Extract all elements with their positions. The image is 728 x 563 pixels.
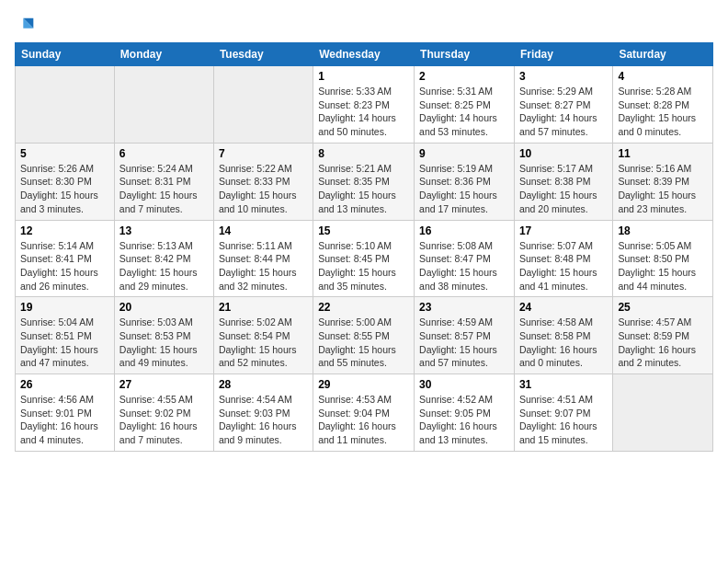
day-number: 1: [318, 70, 409, 83]
week-row-4: 19Sunrise: 5:04 AM Sunset: 8:51 PM Dayli…: [16, 297, 713, 374]
col-header-wednesday: Wednesday: [313, 43, 415, 66]
week-row-2: 5Sunrise: 5:26 AM Sunset: 8:30 PM Daylig…: [16, 143, 713, 220]
day-cell: [16, 66, 115, 144]
week-row-5: 26Sunrise: 4:56 AM Sunset: 9:01 PM Dayli…: [16, 374, 713, 452]
day-number: 7: [219, 147, 308, 160]
day-cell: 2Sunrise: 5:31 AM Sunset: 8:25 PM Daylig…: [415, 66, 515, 144]
day-number: 29: [318, 378, 409, 391]
day-info: Sunrise: 4:56 AM Sunset: 9:01 PM Dayligh…: [20, 393, 109, 447]
day-info: Sunrise: 4:57 AM Sunset: 8:59 PM Dayligh…: [618, 316, 708, 370]
day-cell: 28Sunrise: 4:54 AM Sunset: 9:03 PM Dayli…: [213, 374, 313, 452]
day-cell: [114, 66, 213, 144]
week-row-3: 12Sunrise: 5:14 AM Sunset: 8:41 PM Dayli…: [16, 220, 713, 297]
day-cell: 12Sunrise: 5:14 AM Sunset: 8:41 PM Dayli…: [16, 220, 115, 297]
day-info: Sunrise: 4:51 AM Sunset: 9:07 PM Dayligh…: [519, 393, 608, 447]
day-info: Sunrise: 5:07 AM Sunset: 8:48 PM Dayligh…: [519, 239, 608, 293]
day-cell: 23Sunrise: 4:59 AM Sunset: 8:57 PM Dayli…: [415, 297, 515, 374]
day-info: Sunrise: 5:31 AM Sunset: 8:25 PM Dayligh…: [419, 85, 509, 139]
day-number: 11: [618, 147, 708, 160]
day-info: Sunrise: 5:14 AM Sunset: 8:41 PM Dayligh…: [20, 239, 109, 293]
day-info: Sunrise: 5:29 AM Sunset: 8:27 PM Dayligh…: [519, 85, 608, 139]
day-number: 30: [419, 378, 509, 391]
day-info: Sunrise: 5:19 AM Sunset: 8:36 PM Dayligh…: [419, 162, 509, 216]
day-info: Sunrise: 4:59 AM Sunset: 8:57 PM Dayligh…: [419, 316, 509, 370]
day-info: Sunrise: 4:55 AM Sunset: 9:02 PM Dayligh…: [119, 393, 209, 447]
day-info: Sunrise: 5:02 AM Sunset: 8:54 PM Dayligh…: [219, 316, 308, 370]
day-cell: 10Sunrise: 5:17 AM Sunset: 8:38 PM Dayli…: [514, 143, 612, 220]
day-info: Sunrise: 5:33 AM Sunset: 8:23 PM Dayligh…: [318, 85, 409, 139]
day-number: 28: [219, 378, 308, 391]
day-number: 6: [119, 147, 209, 160]
day-cell: 30Sunrise: 4:52 AM Sunset: 9:05 PM Dayli…: [415, 374, 515, 452]
day-info: Sunrise: 5:16 AM Sunset: 8:39 PM Dayligh…: [618, 162, 708, 216]
day-info: Sunrise: 5:04 AM Sunset: 8:51 PM Dayligh…: [20, 316, 109, 370]
logo-icon: [17, 15, 37, 35]
day-cell: [213, 66, 313, 144]
day-number: 21: [219, 301, 308, 314]
day-cell: 1Sunrise: 5:33 AM Sunset: 8:23 PM Daylig…: [313, 66, 415, 144]
day-cell: 20Sunrise: 5:03 AM Sunset: 8:53 PM Dayli…: [114, 297, 213, 374]
header-row: SundayMondayTuesdayWednesdayThursdayFrid…: [16, 43, 713, 66]
day-cell: 14Sunrise: 5:11 AM Sunset: 8:44 PM Dayli…: [213, 220, 313, 297]
day-number: 12: [20, 224, 109, 237]
day-info: Sunrise: 5:26 AM Sunset: 8:30 PM Dayligh…: [20, 162, 109, 216]
day-cell: 15Sunrise: 5:10 AM Sunset: 8:45 PM Dayli…: [313, 220, 415, 297]
day-cell: 6Sunrise: 5:24 AM Sunset: 8:31 PM Daylig…: [114, 143, 213, 220]
day-info: Sunrise: 5:22 AM Sunset: 8:33 PM Dayligh…: [219, 162, 308, 216]
day-cell: 31Sunrise: 4:51 AM Sunset: 9:07 PM Dayli…: [514, 374, 612, 452]
day-number: 18: [618, 224, 708, 237]
day-cell: 4Sunrise: 5:28 AM Sunset: 8:28 PM Daylig…: [613, 66, 713, 144]
col-header-sunday: Sunday: [16, 43, 115, 66]
day-cell: 22Sunrise: 5:00 AM Sunset: 8:55 PM Dayli…: [313, 297, 415, 374]
col-header-tuesday: Tuesday: [213, 43, 313, 66]
day-number: 3: [519, 70, 608, 83]
day-cell: 11Sunrise: 5:16 AM Sunset: 8:39 PM Dayli…: [613, 143, 713, 220]
day-info: Sunrise: 5:03 AM Sunset: 8:53 PM Dayligh…: [119, 316, 209, 370]
day-number: 14: [219, 224, 308, 237]
day-number: 10: [519, 147, 608, 160]
col-header-thursday: Thursday: [415, 43, 515, 66]
day-cell: 17Sunrise: 5:07 AM Sunset: 8:48 PM Dayli…: [514, 220, 612, 297]
day-cell: 21Sunrise: 5:02 AM Sunset: 8:54 PM Dayli…: [213, 297, 313, 374]
col-header-saturday: Saturday: [613, 43, 713, 66]
day-cell: 25Sunrise: 4:57 AM Sunset: 8:59 PM Dayli…: [613, 297, 713, 374]
day-number: 2: [419, 70, 509, 83]
day-number: 4: [618, 70, 708, 83]
day-cell: 19Sunrise: 5:04 AM Sunset: 8:51 PM Dayli…: [16, 297, 115, 374]
day-info: Sunrise: 4:52 AM Sunset: 9:05 PM Dayligh…: [419, 393, 509, 447]
day-cell: 9Sunrise: 5:19 AM Sunset: 8:36 PM Daylig…: [415, 143, 515, 220]
col-header-friday: Friday: [514, 43, 612, 66]
day-number: 5: [20, 147, 109, 160]
col-header-monday: Monday: [114, 43, 213, 66]
day-info: Sunrise: 5:00 AM Sunset: 8:55 PM Dayligh…: [318, 316, 409, 370]
day-number: 13: [119, 224, 209, 237]
day-info: Sunrise: 5:05 AM Sunset: 8:50 PM Dayligh…: [618, 239, 708, 293]
day-info: Sunrise: 5:11 AM Sunset: 8:44 PM Dayligh…: [219, 239, 308, 293]
day-info: Sunrise: 5:08 AM Sunset: 8:47 PM Dayligh…: [419, 239, 509, 293]
day-number: 20: [119, 301, 209, 314]
day-number: 26: [20, 378, 109, 391]
day-number: 9: [419, 147, 509, 160]
logo: [15, 15, 37, 35]
day-number: 17: [519, 224, 608, 237]
day-info: Sunrise: 4:53 AM Sunset: 9:04 PM Dayligh…: [318, 393, 409, 447]
day-info: Sunrise: 5:28 AM Sunset: 8:28 PM Dayligh…: [618, 85, 708, 139]
day-cell: 13Sunrise: 5:13 AM Sunset: 8:42 PM Dayli…: [114, 220, 213, 297]
day-number: 23: [419, 301, 509, 314]
calendar-table: SundayMondayTuesdayWednesdayThursdayFrid…: [15, 42, 713, 452]
day-info: Sunrise: 5:13 AM Sunset: 8:42 PM Dayligh…: [119, 239, 209, 293]
day-cell: 27Sunrise: 4:55 AM Sunset: 9:02 PM Dayli…: [114, 374, 213, 452]
day-cell: 8Sunrise: 5:21 AM Sunset: 8:35 PM Daylig…: [313, 143, 415, 220]
day-info: Sunrise: 5:17 AM Sunset: 8:38 PM Dayligh…: [519, 162, 608, 216]
day-cell: 3Sunrise: 5:29 AM Sunset: 8:27 PM Daylig…: [514, 66, 612, 144]
day-cell: 7Sunrise: 5:22 AM Sunset: 8:33 PM Daylig…: [213, 143, 313, 220]
week-row-1: 1Sunrise: 5:33 AM Sunset: 8:23 PM Daylig…: [16, 66, 713, 144]
day-number: 19: [20, 301, 109, 314]
day-info: Sunrise: 4:58 AM Sunset: 8:58 PM Dayligh…: [519, 316, 608, 370]
day-cell: 16Sunrise: 5:08 AM Sunset: 8:47 PM Dayli…: [415, 220, 515, 297]
day-info: Sunrise: 4:54 AM Sunset: 9:03 PM Dayligh…: [219, 393, 308, 447]
day-number: 31: [519, 378, 608, 391]
day-number: 22: [318, 301, 409, 314]
day-info: Sunrise: 5:21 AM Sunset: 8:35 PM Dayligh…: [318, 162, 409, 216]
day-cell: 18Sunrise: 5:05 AM Sunset: 8:50 PM Dayli…: [613, 220, 713, 297]
